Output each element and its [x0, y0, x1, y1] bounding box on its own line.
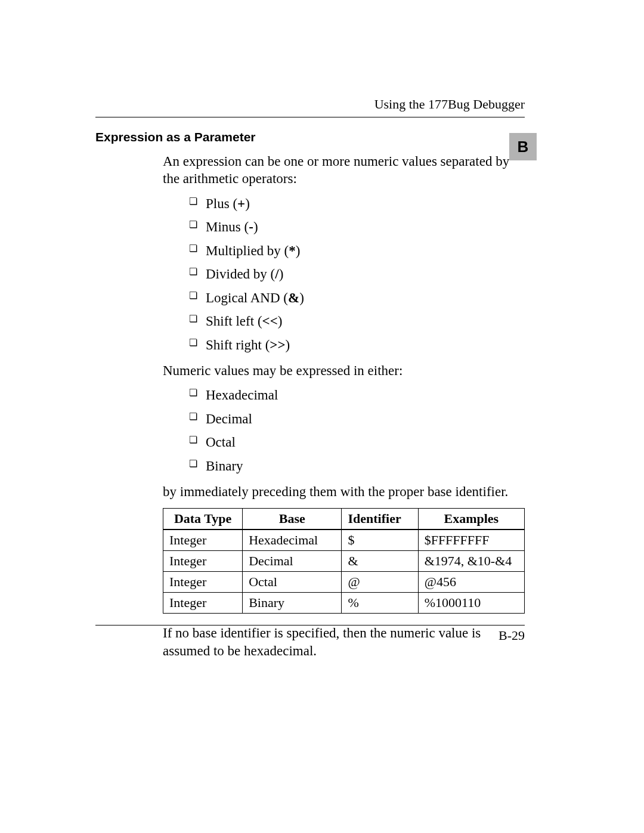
operator-text: Shift right (: [206, 337, 270, 352]
operator-suffix: ): [286, 337, 290, 352]
footer-rule: [95, 625, 525, 625]
list-item: ❏Divided by (/): [189, 265, 525, 283]
operator-text: Minus (: [206, 219, 249, 234]
table-cell: %: [342, 593, 418, 614]
table-cell: Integer: [163, 529, 243, 551]
list-item: ❏Decimal: [189, 410, 525, 428]
list-item: ❏Minus (-): [189, 218, 525, 236]
table-row: Integer Decimal & &1974, &10-&4: [163, 550, 525, 571]
table-header-row: Data Type Base Identifier Examples: [163, 508, 525, 529]
operator-suffix: ): [299, 290, 304, 305]
table-cell: @456: [418, 572, 524, 593]
list-item: ❏Octal: [189, 433, 525, 451]
table-cell: $: [342, 529, 418, 551]
list-item: ❏Shift right (>>): [189, 336, 525, 354]
intro-paragraph: An expression can be one or more numeric…: [163, 153, 525, 188]
format-text: Hexadecimal: [206, 388, 278, 402]
base-identifier-table: Data Type Base Identifier Examples Integ…: [163, 508, 525, 614]
closing-paragraph: If no base identifier is specified, then…: [163, 624, 525, 659]
bullet-icon: ❏: [189, 291, 197, 301]
list-item: ❏Hexadecimal: [189, 386, 525, 404]
bullet-icon: ❏: [189, 388, 197, 398]
list-item: ❏Binary: [189, 457, 525, 475]
table-cell: %1000110: [418, 593, 524, 614]
table-cell: Integer: [163, 572, 243, 593]
format-text: Binary: [206, 459, 243, 473]
table-header: Identifier: [342, 508, 418, 529]
table-header: Examples: [418, 508, 524, 529]
page: Using the 177Bug Debugger B Expression a…: [0, 0, 644, 833]
bullet-icon: ❏: [189, 314, 197, 324]
bullet-icon: ❏: [189, 435, 197, 445]
table-cell: &1974, &10-&4: [418, 550, 524, 571]
bullet-icon: ❏: [189, 197, 197, 206]
operator-symbol: +: [237, 196, 245, 211]
bullet-icon: ❏: [189, 220, 197, 230]
operator-text: Divided by (: [206, 267, 275, 281]
base-id-sentence: by immediately preceding them with the p…: [163, 483, 525, 500]
page-number: B-29: [499, 628, 525, 643]
header-rule: [95, 117, 525, 117]
operator-suffix: ): [296, 243, 301, 258]
numeric-intro: Numeric values may be expressed in eithe…: [163, 362, 525, 379]
list-item: ❏Plus (+): [189, 195, 525, 212]
format-text: Decimal: [206, 411, 252, 426]
table-row: Integer Octal @ @456: [163, 572, 525, 593]
operators-list: ❏Plus (+) ❏Minus (-) ❏Multiplied by (*) …: [163, 195, 525, 354]
operator-symbol: &: [288, 290, 299, 305]
bullet-icon: ❏: [189, 338, 197, 348]
operator-symbol: -: [249, 219, 253, 234]
list-item: ❏Shift left (<<): [189, 312, 525, 330]
operator-suffix: ): [253, 219, 258, 234]
operator-text: Plus (: [206, 196, 237, 211]
table-row: Integer Binary % %1000110: [163, 593, 525, 614]
list-item: ❏Multiplied by (*): [189, 242, 525, 259]
operator-symbol: *: [289, 243, 296, 258]
operator-text: Multiplied by (: [206, 243, 289, 258]
operator-text: Logical AND (: [206, 290, 288, 305]
table-cell: &: [342, 550, 418, 571]
bullet-icon: ❏: [189, 244, 197, 253]
table-cell: Integer: [163, 550, 243, 571]
bullet-icon: ❏: [189, 267, 197, 277]
table-cell: Decimal: [243, 550, 342, 571]
table-header: Data Type: [163, 508, 243, 529]
content-area: Expression as a Parameter An expression …: [95, 130, 525, 667]
formats-list: ❏Hexadecimal ❏Decimal ❏Octal ❏Binary: [163, 386, 525, 475]
operator-text: Shift left (: [206, 314, 262, 329]
table-cell: @: [342, 572, 418, 593]
operator-suffix: ): [278, 314, 283, 329]
table-cell: $FFFFFFFF: [418, 529, 524, 551]
bullet-icon: ❏: [189, 412, 197, 422]
operator-symbol: >>: [270, 337, 285, 352]
bullet-icon: ❏: [189, 459, 197, 469]
operator-symbol: <<: [262, 314, 278, 329]
format-text: Octal: [206, 435, 236, 450]
operator-suffix: ): [245, 196, 250, 211]
table-cell: Octal: [243, 572, 342, 593]
body-block: An expression can be one or more numeric…: [163, 153, 525, 659]
running-head: Using the 177Bug Debugger: [374, 97, 525, 112]
section-heading: Expression as a Parameter: [95, 130, 525, 144]
table-cell: Integer: [163, 593, 243, 614]
table-header: Base: [243, 508, 342, 529]
table-cell: Hexadecimal: [243, 529, 342, 551]
table-row: Integer Hexadecimal $ $FFFFFFFF: [163, 529, 525, 551]
operator-suffix: ): [279, 267, 284, 281]
table-cell: Binary: [243, 593, 342, 614]
list-item: ❏Logical AND (&): [189, 289, 525, 306]
